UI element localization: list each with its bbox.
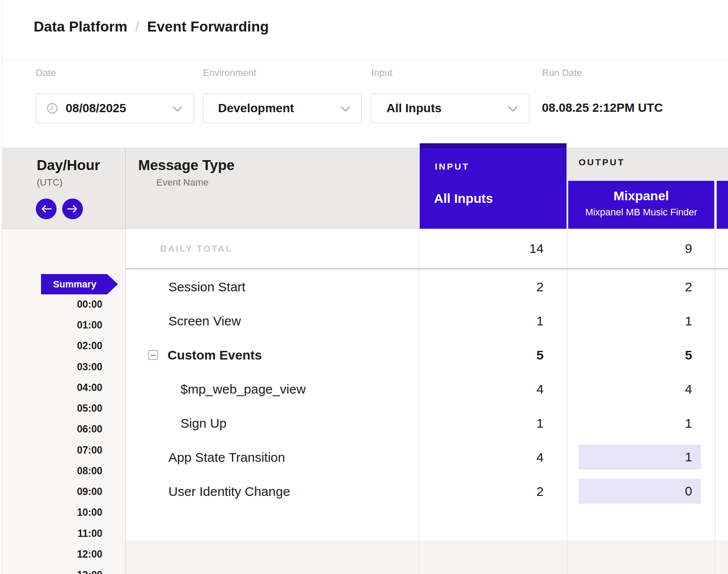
daily-total-input-value: 14 (419, 229, 544, 268)
input-column-kicker: INPUT (435, 161, 470, 172)
input-filter-label: Input (371, 67, 392, 79)
header-divider (0, 60, 728, 60)
row-label: $mp_web_page_view (180, 372, 306, 406)
row-output-value: 1 (567, 304, 692, 338)
hour-item[interactable]: 12:00 (43, 549, 102, 561)
summary-tab[interactable]: Summary (41, 274, 118, 294)
output-column-kicker: OUTPUT (579, 157, 625, 167)
hour-item[interactable]: 02:00 (43, 340, 102, 352)
row-label: Screen View (168, 304, 241, 338)
hour-item[interactable]: 13:00 (43, 569, 102, 574)
hour-item[interactable]: 09:00 (43, 486, 102, 498)
page-left-border (2, 0, 2, 574)
event-name-column-subtitle: Event Name (156, 177, 209, 188)
row-label: Session Start (168, 270, 245, 304)
row-input-value: 4 (419, 372, 544, 406)
row-output-value: 1 (567, 406, 692, 440)
breadcrumb-section[interactable]: Data Platform (34, 19, 127, 35)
daily-total-divider (125, 268, 728, 269)
output-column-header-next-partial[interactable] (717, 181, 728, 229)
table-row: $mp_web_page_view 4 4 (0, 372, 728, 406)
row-label: User Identity Change (168, 474, 290, 508)
collapse-toggle-icon[interactable] (148, 350, 158, 360)
hour-item[interactable]: 06:00 (43, 423, 102, 435)
grid-header-divider (125, 148, 126, 229)
day-hour-column-subtitle: (UTC) (37, 177, 63, 188)
row-output-value-highlighted: 1 (579, 445, 701, 470)
row-input-value: 5 (419, 338, 544, 372)
input-column-header[interactable]: INPUT All Inputs (420, 143, 567, 229)
previous-day-button[interactable] (36, 199, 57, 219)
input-dropdown[interactable]: All Inputs (371, 94, 529, 123)
message-type-column-title: Message Type (138, 157, 234, 173)
table-row: User Identity Change 2 0 (0, 474, 728, 508)
row-label: App State Transition (168, 440, 285, 474)
row-input-value: 1 (419, 304, 544, 338)
table-row: Screen View 1 1 (0, 304, 728, 338)
daily-total-row: DAILY TOTAL 14 9 (0, 229, 728, 268)
hour-item[interactable]: 08:00 (43, 465, 102, 477)
table-row: App State Transition 4 1 (0, 440, 728, 474)
row-output-value: 4 (567, 372, 692, 406)
clock-icon (47, 103, 58, 114)
next-day-button[interactable] (62, 199, 83, 219)
table-row: Sign Up 1 1 (0, 406, 728, 440)
date-value: 08/08/2025 (66, 101, 126, 115)
table-footer-band (126, 540, 728, 574)
run-date-label: Run Date (542, 67, 582, 79)
environment-dropdown[interactable]: Development (203, 94, 362, 123)
run-date-value: 08.08.25 2:12PM UTC (542, 101, 663, 115)
environment-value: Development (218, 101, 294, 115)
table-row-custom-events: Custom Events 5 5 (0, 338, 728, 372)
daily-total-label: DAILY TOTAL (160, 243, 233, 254)
hour-item[interactable]: 01:00 (43, 319, 102, 331)
row-output-value: 2 (567, 270, 692, 304)
row-output-value-highlighted: 0 (579, 479, 701, 504)
environment-filter-label: Environment (203, 67, 256, 79)
input-value: All Inputs (386, 101, 442, 115)
hour-item[interactable]: 00:00 (43, 299, 102, 311)
output-column-header-mixpanel[interactable]: Mixpanel Mixpanel MB Music Finder (568, 181, 714, 229)
output-name: Mixpanel (568, 189, 714, 203)
breadcrumb-separator: / (135, 18, 139, 35)
row-input-value: 2 (419, 474, 544, 508)
hour-item[interactable]: 05:00 (43, 403, 102, 415)
chevron-down-icon (173, 106, 182, 112)
row-input-value: 2 (419, 270, 544, 304)
row-input-value: 1 (419, 406, 544, 440)
date-dropdown[interactable]: 08/08/2025 (36, 94, 194, 123)
breadcrumb: Data Platform / Event Forwarding (34, 18, 269, 35)
row-label: Sign Up (180, 406, 227, 440)
row-input-value: 4 (419, 440, 544, 474)
arrow-right-icon (67, 205, 78, 213)
chevron-down-icon (508, 106, 518, 112)
row-output-value: 5 (567, 338, 692, 372)
input-column-name: All Inputs (434, 191, 493, 206)
daily-total-output-value: 9 (567, 229, 692, 268)
output-connection-name: Mixpanel MB Music Finder (568, 207, 714, 218)
row-label: Custom Events (168, 338, 262, 372)
event-forwarding-page: Data Platform / Event Forwarding Date En… (0, 0, 728, 574)
hour-item[interactable]: 03:00 (43, 361, 102, 373)
hour-item[interactable]: 11:00 (43, 528, 102, 540)
hour-item[interactable]: 04:00 (43, 382, 102, 394)
hour-item[interactable]: 07:00 (43, 445, 102, 457)
chevron-down-icon (341, 106, 350, 112)
hour-item[interactable]: 10:00 (43, 507, 102, 519)
arrow-left-icon (41, 205, 52, 213)
day-hour-column-title: Day/Hour (37, 157, 100, 173)
date-filter-label: Date (36, 67, 56, 79)
page-title: Event Forwarding (147, 19, 269, 35)
